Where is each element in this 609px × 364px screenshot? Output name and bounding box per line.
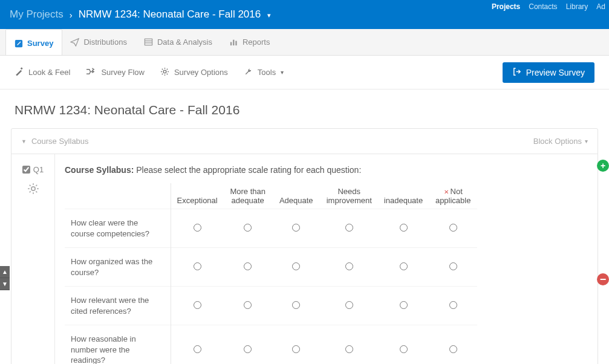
matrix-cell	[378, 325, 429, 364]
question-select-checkbox[interactable]: Q1	[22, 165, 44, 174]
column-header[interactable]: Needs improvement	[321, 183, 378, 209]
matrix-radio[interactable]	[345, 262, 353, 270]
matrix-cell	[171, 248, 224, 287]
chevron-down-icon: ▾	[585, 138, 588, 145]
top-nav-links: Projects Contacts Library Ad	[492, 2, 605, 11]
matrix-radio[interactable]	[345, 301, 353, 309]
column-header[interactable]: inadequate	[378, 183, 429, 209]
tab-distributions[interactable]: Distributions	[62, 29, 135, 55]
column-header[interactable]: Adequate	[272, 183, 321, 209]
bar-chart-icon	[229, 37, 238, 47]
q1-checkbox[interactable]	[22, 166, 30, 174]
paper-plane-icon	[70, 37, 79, 47]
nav-projects[interactable]: Projects	[492, 2, 520, 11]
question-text[interactable]: Course Syllabus: Please select the appro…	[65, 165, 588, 175]
nav-library[interactable]: Library	[566, 2, 588, 11]
move-down-button[interactable]: ▼	[0, 278, 10, 290]
table-row: How relevant were the cited references?	[65, 287, 477, 325]
survey-options-button[interactable]: Survey Options	[160, 67, 228, 78]
matrix-cell	[321, 248, 378, 287]
export-arrow-icon	[512, 67, 521, 78]
matrix-radio[interactable]	[194, 301, 201, 309]
nav-admin-trunc[interactable]: Ad	[596, 2, 605, 11]
matrix-radio[interactable]	[292, 301, 300, 309]
matrix-radio[interactable]	[449, 345, 457, 353]
svg-rect-1	[145, 39, 152, 45]
remove-column-icon[interactable]: ✕	[444, 189, 449, 195]
svg-point-8	[163, 70, 166, 73]
matrix-radio[interactable]	[244, 224, 252, 232]
tab-data-analysis-label: Data & Analysis	[157, 37, 212, 47]
matrix-radio[interactable]	[244, 262, 252, 270]
block-name[interactable]: Course Syllabus	[31, 137, 89, 146]
nav-contacts[interactable]: Contacts	[529, 2, 557, 11]
column-header[interactable]: More than adequate	[224, 183, 272, 209]
table-icon	[144, 37, 153, 47]
chevron-right-icon: ›	[70, 10, 73, 20]
tools-dropdown[interactable]: Tools ▾	[244, 67, 284, 78]
row-label[interactable]: How clear were the course competencies?	[65, 209, 171, 248]
matrix-cell	[321, 287, 378, 325]
matrix-radio[interactable]	[194, 262, 201, 270]
question-container: Q1 Course Syllabus: Please select the ap…	[11, 154, 598, 364]
matrix-cell	[272, 287, 321, 325]
matrix-cell	[429, 287, 477, 325]
question-body: Course Syllabus: Please select the appro…	[55, 154, 598, 364]
side-arrow-controls: ▲ ▼	[0, 266, 10, 290]
paintbrush-icon	[15, 67, 24, 78]
survey-flow-button[interactable]: Survey Flow	[86, 67, 145, 78]
caret-down-icon[interactable]: ▼	[21, 138, 27, 145]
breadcrumb-my-projects[interactable]: My Projects	[10, 8, 64, 21]
matrix-radio[interactable]	[194, 345, 201, 353]
matrix-cell	[171, 209, 224, 248]
tab-survey-label: Survey	[27, 39, 53, 48]
tab-survey[interactable]: Survey	[6, 30, 62, 55]
question-block: ▼ Course Syllabus Block Options ▾ Q1 Cou…	[11, 128, 598, 364]
block-options-dropdown[interactable]: Block Options ▾	[533, 137, 588, 146]
matrix-cell	[378, 248, 429, 287]
matrix-cell	[321, 209, 378, 248]
matrix-radio[interactable]	[400, 224, 408, 232]
matrix-radio[interactable]	[292, 262, 300, 270]
tab-reports[interactable]: Reports	[221, 29, 279, 55]
matrix-radio[interactable]	[449, 301, 457, 309]
matrix-table: Exceptional More than adequate Adequate …	[65, 183, 477, 364]
matrix-radio[interactable]	[244, 345, 252, 353]
page-title: NRMW 1234: Neonatal Care - Fall 2016	[0, 89, 609, 128]
matrix-radio[interactable]	[244, 301, 252, 309]
row-label[interactable]: How reasonable in number were the readin…	[65, 325, 171, 364]
question-settings-gear-icon[interactable]	[27, 183, 39, 197]
matrix-radio[interactable]	[449, 262, 457, 270]
matrix-radio[interactable]	[345, 345, 353, 353]
row-label[interactable]: How organized was the course?	[65, 248, 171, 287]
matrix-cell	[272, 248, 321, 287]
flow-icon	[86, 67, 96, 78]
matrix-radio[interactable]	[400, 301, 408, 309]
survey-toolbar: Look & Feel Survey Flow Survey Options T…	[0, 56, 609, 89]
matrix-radio[interactable]	[400, 262, 408, 270]
matrix-radio[interactable]	[449, 224, 457, 232]
tab-data-analysis[interactable]: Data & Analysis	[135, 29, 221, 55]
matrix-radio[interactable]	[194, 224, 201, 232]
matrix-radio[interactable]	[292, 224, 300, 232]
breadcrumb-project-name[interactable]: NRMW 1234: Neonatal Care - Fall 2016 ▾	[79, 8, 271, 21]
remove-question-button[interactable]: −	[597, 273, 609, 285]
matrix-radio[interactable]	[292, 345, 300, 353]
add-question-button[interactable]: +	[597, 160, 609, 172]
block-header: ▼ Course Syllabus Block Options ▾	[11, 129, 598, 154]
column-header[interactable]: Exceptional	[171, 183, 224, 209]
project-tabs: Survey Distributions Data & Analysis Rep…	[0, 29, 609, 56]
look-and-feel-button[interactable]: Look & Feel	[15, 67, 70, 78]
gear-icon	[160, 67, 169, 78]
move-up-button[interactable]: ▲	[0, 266, 10, 278]
column-header[interactable]: ✕Not applicable	[429, 183, 477, 209]
matrix-cell	[224, 209, 272, 248]
matrix-radio[interactable]	[345, 224, 353, 232]
table-row: How reasonable in number were the readin…	[65, 325, 477, 364]
row-label[interactable]: How relevant were the cited references?	[65, 287, 171, 325]
matrix-radio[interactable]	[400, 345, 408, 353]
svg-point-9	[31, 187, 34, 190]
preview-survey-button[interactable]: Preview Survey	[503, 62, 594, 83]
matrix-cell	[171, 287, 224, 325]
wrench-icon	[244, 67, 253, 78]
